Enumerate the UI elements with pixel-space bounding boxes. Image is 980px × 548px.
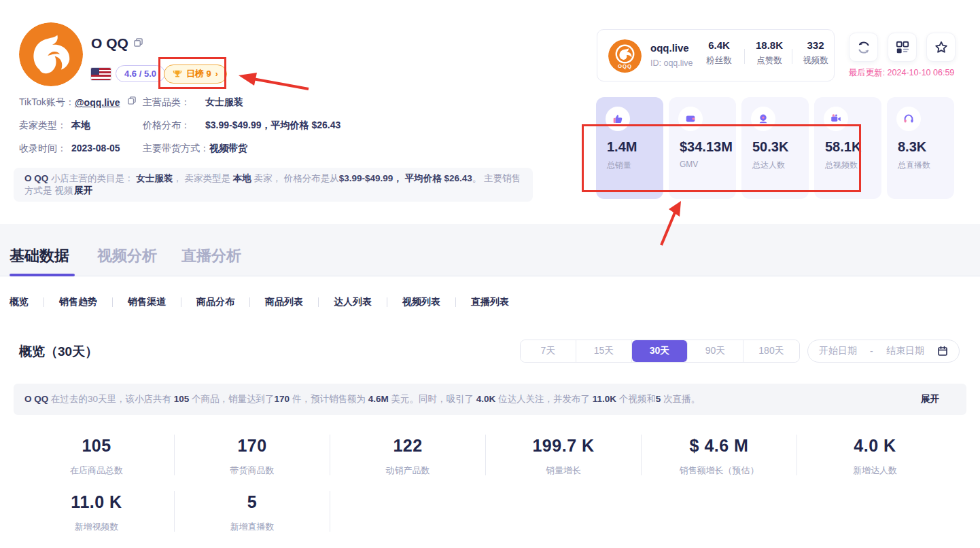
subnav-product-distribution[interactable]: 商品分布 <box>196 296 234 308</box>
metric-tile-total-lives[interactable]: 8.3K 总直播数 <box>887 97 954 199</box>
videos-stat: 332 视频数 <box>794 39 837 67</box>
svg-text:OQQ: OQQ <box>618 63 632 69</box>
range-7d-button[interactable]: 7天 <box>521 340 576 362</box>
info-main-category: 主营品类： 女士服装 <box>143 96 428 109</box>
compare-grid-icon <box>895 40 910 55</box>
subnav-sales-trend[interactable]: 销售趋势 <box>59 296 97 308</box>
stat-promoted-products: 170带货商品数 <box>175 435 330 475</box>
info-seller-type: 卖家类型： 本地 <box>19 120 141 132</box>
stat-new-influencers: 4.0 K新增达人数 <box>797 435 953 475</box>
tab-basic-data[interactable]: 基础数据 <box>10 246 69 266</box>
copy-icon[interactable] <box>128 96 136 105</box>
metric-tile-total-influencers[interactable]: 50.3K 总达人数 <box>741 97 809 199</box>
video-camera-icon <box>830 113 842 125</box>
compare-button[interactable] <box>888 33 917 62</box>
info-price-range: 价格分布： $3.99-$49.99，平均价格 $26.43 <box>143 120 428 132</box>
stat-sales-growth: 199.7 K销量增长 <box>486 435 642 475</box>
star-icon <box>934 40 949 55</box>
store-analytics-page: O QQ 4.6 / 5.0 日榜 9 › TikTok账号： @oqq.liv… <box>0 0 980 548</box>
calendar-icon <box>937 346 948 357</box>
refresh-button[interactable] <box>849 33 878 62</box>
trophy-icon <box>173 69 182 79</box>
stat-revenue-growth: $ 4.6 M销售额增长（预估） <box>642 435 797 475</box>
end-date-placeholder: 结束日期 <box>886 345 924 357</box>
rank-badge-label: 日榜 9 <box>186 68 211 80</box>
account-avatar: OQQ <box>608 39 642 73</box>
divider <box>318 297 319 307</box>
tab-video-analysis[interactable]: 视频分析 <box>97 246 157 266</box>
start-date-placeholder: 开始日期 <box>819 345 857 357</box>
range-90d-button[interactable]: 90天 <box>688 340 743 362</box>
account-name: oqq.live <box>650 42 689 54</box>
followers-stat: 6.4K 粉丝数 <box>698 39 740 67</box>
time-range-segmented-control: 7天 15天 30天 90天 180天 <box>520 340 800 363</box>
tiktok-account-link[interactable]: @oqq.live <box>75 97 120 108</box>
divider <box>249 297 250 307</box>
live-headset-icon <box>903 113 915 125</box>
active-tab-underline <box>10 274 75 276</box>
divider <box>387 297 387 307</box>
overview-section-title: 概览（30天） <box>19 343 98 361</box>
refresh-icon <box>856 40 871 55</box>
subnav-influencer-list[interactable]: 达人列表 <box>334 296 372 308</box>
daily-rank-badge[interactable]: 日榜 9 › <box>164 65 227 84</box>
chevron-right-icon: › <box>215 69 218 79</box>
subnav-video-list[interactable]: 视频列表 <box>402 296 440 308</box>
stat-total-products: 105在店商品总数 <box>19 435 175 475</box>
stat-new-lives: 5新增直播数 <box>175 491 330 532</box>
range-30d-button[interactable]: 30天 <box>632 340 688 362</box>
divider <box>744 49 745 64</box>
thumb-up-icon <box>612 113 624 125</box>
favorite-button[interactable] <box>926 33 956 62</box>
store-name: O QQ <box>91 35 143 52</box>
tab-live-analysis[interactable]: 直播分析 <box>181 246 241 266</box>
stat-new-videos: 11.0 K新增视频数 <box>19 491 175 532</box>
subnav-live-list[interactable]: 直播列表 <box>471 296 509 308</box>
metric-tile-total-videos[interactable]: 58.1K 总视频数 <box>814 97 881 199</box>
metric-tile-gmv[interactable]: $34.13M GMV <box>669 97 736 199</box>
range-15d-button[interactable]: 15天 <box>576 340 632 362</box>
info-tiktok-account: TikTok账号： @oqq.live <box>19 96 141 109</box>
analysis-tab-band: 基础数据 视频分析 直播分析 <box>0 224 980 276</box>
account-id: ID: oqq.live <box>650 58 693 68</box>
info-sales-method: 主要带货方式： 视频带货 <box>143 143 428 155</box>
date-range-picker[interactable]: 开始日期 - 结束日期 <box>807 340 960 363</box>
subnav-sales-channel[interactable]: 销售渠道 <box>128 296 166 308</box>
divider <box>181 297 181 307</box>
range-180d-button[interactable]: 180天 <box>743 340 799 362</box>
divider <box>43 297 44 307</box>
overview-summary-text: O QQ 在过去的30天里，该小店共有 105 个商品，销量达到了170 件，预… <box>14 384 966 415</box>
metric-tile-total-sales[interactable]: 1.4M 总销量 <box>596 97 663 199</box>
store-rating-badge: 4.6 / 5.0 <box>116 65 165 82</box>
subnav-product-list[interactable]: 商品列表 <box>265 296 303 308</box>
divider <box>455 297 456 307</box>
wallet-icon <box>684 113 697 125</box>
copy-icon[interactable] <box>134 38 143 47</box>
influencer-icon <box>757 113 769 125</box>
divider <box>112 297 113 307</box>
us-flag-icon <box>91 68 111 80</box>
tiktok-account-card: OQQ oqq.live ID: oqq.live 6.4K 粉丝数 18.8K… <box>597 29 835 81</box>
date-separator: - <box>870 346 873 357</box>
subnav-overview[interactable]: 概览 <box>10 296 29 308</box>
expand-link[interactable]: 展开 <box>921 393 939 405</box>
likes-stat: 18.8K 点赞数 <box>748 39 790 67</box>
last-update-timestamp: 最后更新: 2024-10-10 06:59 <box>847 67 956 79</box>
section-subnav: 概览 销售趋势 销售渠道 商品分布 商品列表 达人列表 视频列表 直播列表 <box>10 296 509 308</box>
divider <box>792 49 792 64</box>
expand-link[interactable]: 展开 <box>74 185 92 196</box>
store-header-card: O QQ 4.6 / 5.0 日榜 9 › TikTok账号： @oqq.liv… <box>0 0 980 224</box>
store-logo-dolphin <box>19 22 83 86</box>
stat-active-products: 122动销产品数 <box>330 435 486 475</box>
info-listed-date: 收录时间： 2023-08-05 <box>19 143 141 155</box>
store-summary-text: O QQ 小店主营的类目是： 女士服装， 卖家类型是 本地 卖家， 价格分布是从… <box>14 168 533 202</box>
